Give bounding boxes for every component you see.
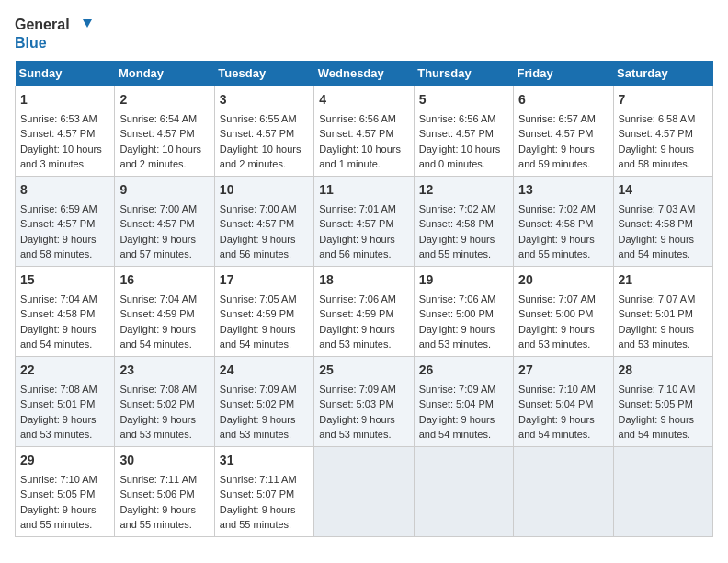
calendar-day: 30 Sunrise: 7:11 AMSunset: 5:06 PMDaylig… <box>115 446 214 536</box>
day-number: 7 <box>619 90 708 109</box>
calendar-day: 25 Sunrise: 7:09 AMSunset: 5:03 PMDaylig… <box>314 356 414 446</box>
day-number: 24 <box>220 361 309 380</box>
calendar-day: 7 Sunrise: 6:58 AMSunset: 4:57 PMDayligh… <box>613 86 712 176</box>
calendar-week-row: 15 Sunrise: 7:04 AMSunset: 4:58 PMDaylig… <box>16 266 713 356</box>
header-saturday: Saturday <box>613 61 712 86</box>
calendar-day: 29 Sunrise: 7:10 AMSunset: 5:05 PMDaylig… <box>16 446 115 536</box>
logo-text-general: General <box>15 17 70 33</box>
day-number: 2 <box>119 90 209 109</box>
calendar-day: 24 Sunrise: 7:09 AMSunset: 5:02 PMDaylig… <box>214 356 313 446</box>
day-number: 31 <box>220 451 309 470</box>
calendar-day: 18 Sunrise: 7:06 AMSunset: 4:59 PMDaylig… <box>314 266 414 356</box>
calendar-day: 22 Sunrise: 7:08 AMSunset: 5:01 PMDaylig… <box>16 356 115 446</box>
calendar-day: 19 Sunrise: 7:06 AMSunset: 5:00 PMDaylig… <box>414 266 513 356</box>
day-number: 23 <box>119 361 209 380</box>
day-number: 29 <box>20 451 109 470</box>
day-number: 22 <box>20 361 109 380</box>
calendar-day: 20 Sunrise: 7:07 AMSunset: 5:00 PMDaylig… <box>514 266 613 356</box>
day-number: 9 <box>119 180 209 200</box>
day-number: 21 <box>619 270 708 290</box>
calendar-day: 23 Sunrise: 7:08 AMSunset: 5:02 PMDaylig… <box>115 356 214 446</box>
day-number: 10 <box>220 180 309 200</box>
calendar-day: 13 Sunrise: 7:02 AMSunset: 4:58 PMDaylig… <box>514 176 613 266</box>
calendar-table: SundayMondayTuesdayWednesdayThursdayFrid… <box>15 61 713 537</box>
day-number: 8 <box>20 180 109 200</box>
header-thursday: Thursday <box>414 61 513 86</box>
calendar-day: 10 Sunrise: 7:00 AMSunset: 4:57 PMDaylig… <box>214 176 313 266</box>
calendar-day: 8 Sunrise: 6:59 AMSunset: 4:57 PMDayligh… <box>16 176 115 266</box>
day-number: 17 <box>220 270 309 290</box>
day-number: 18 <box>319 270 408 290</box>
calendar-day <box>314 446 414 536</box>
calendar-day: 27 Sunrise: 7:10 AMSunset: 5:04 PMDaylig… <box>514 356 613 446</box>
header-monday: Monday <box>115 61 214 86</box>
calendar-day: 3 Sunrise: 6:55 AMSunset: 4:57 PMDayligh… <box>214 86 313 176</box>
calendar-day: 1 Sunrise: 6:53 AMSunset: 4:57 PMDayligh… <box>16 86 115 176</box>
day-number: 19 <box>419 270 508 290</box>
day-number: 6 <box>518 90 608 109</box>
calendar-day: 16 Sunrise: 7:04 AMSunset: 4:59 PMDaylig… <box>115 266 214 356</box>
day-number: 16 <box>119 270 209 290</box>
calendar-day: 15 Sunrise: 7:04 AMSunset: 4:58 PMDaylig… <box>16 266 115 356</box>
day-number: 27 <box>518 361 608 380</box>
day-number: 20 <box>518 270 608 290</box>
day-number: 5 <box>419 90 508 109</box>
calendar-day: 12 Sunrise: 7:02 AMSunset: 4:58 PMDaylig… <box>414 176 513 266</box>
day-number: 4 <box>319 90 408 109</box>
calendar-day: 14 Sunrise: 7:03 AMSunset: 4:58 PMDaylig… <box>613 176 712 266</box>
header-tuesday: Tuesday <box>214 61 313 86</box>
day-number: 15 <box>20 270 109 290</box>
calendar-day: 21 Sunrise: 7:07 AMSunset: 5:01 PMDaylig… <box>613 266 712 356</box>
calendar-day: 9 Sunrise: 7:00 AMSunset: 4:57 PMDayligh… <box>115 176 214 266</box>
day-number: 11 <box>319 180 408 200</box>
header-sunday: Sunday <box>16 61 115 86</box>
calendar-day <box>613 446 712 536</box>
day-number: 3 <box>220 90 309 109</box>
calendar-week-row: 8 Sunrise: 6:59 AMSunset: 4:57 PMDayligh… <box>16 176 713 266</box>
calendar-day: 5 Sunrise: 6:56 AMSunset: 4:57 PMDayligh… <box>414 86 513 176</box>
header-wednesday: Wednesday <box>314 61 414 86</box>
calendar-day: 4 Sunrise: 6:56 AMSunset: 4:57 PMDayligh… <box>314 86 414 176</box>
header-friday: Friday <box>514 61 613 86</box>
logo-bird-icon <box>72 15 92 35</box>
calendar-week-row: 22 Sunrise: 7:08 AMSunset: 5:01 PMDaylig… <box>16 356 713 446</box>
calendar-header-row: SundayMondayTuesdayWednesdayThursdayFrid… <box>16 61 713 86</box>
day-number: 25 <box>319 361 408 380</box>
calendar-day: 11 Sunrise: 7:01 AMSunset: 4:57 PMDaylig… <box>314 176 414 266</box>
day-number: 12 <box>419 180 508 200</box>
calendar-day <box>414 446 513 536</box>
calendar-day: 28 Sunrise: 7:10 AMSunset: 5:05 PMDaylig… <box>613 356 712 446</box>
day-number: 14 <box>619 180 708 200</box>
calendar-day: 6 Sunrise: 6:57 AMSunset: 4:57 PMDayligh… <box>514 86 613 176</box>
day-number: 26 <box>419 361 508 380</box>
day-number: 28 <box>619 361 708 380</box>
calendar-day: 17 Sunrise: 7:05 AMSunset: 4:59 PMDaylig… <box>214 266 313 356</box>
calendar-day: 26 Sunrise: 7:09 AMSunset: 5:04 PMDaylig… <box>414 356 513 446</box>
calendar-week-row: 29 Sunrise: 7:10 AMSunset: 5:05 PMDaylig… <box>16 446 713 536</box>
day-number: 13 <box>518 180 608 200</box>
day-number: 30 <box>119 451 209 470</box>
logo-text-blue: Blue <box>15 35 92 52</box>
svg-marker-0 <box>83 19 92 28</box>
logo: General Blue <box>15 15 92 52</box>
calendar-week-row: 1 Sunrise: 6:53 AMSunset: 4:57 PMDayligh… <box>16 86 713 176</box>
calendar-day: 2 Sunrise: 6:54 AMSunset: 4:57 PMDayligh… <box>115 86 214 176</box>
page-header: General Blue <box>15 15 713 52</box>
calendar-day: 31 Sunrise: 7:11 AMSunset: 5:07 PMDaylig… <box>214 446 313 536</box>
day-number: 1 <box>20 90 109 109</box>
calendar-day <box>514 446 613 536</box>
